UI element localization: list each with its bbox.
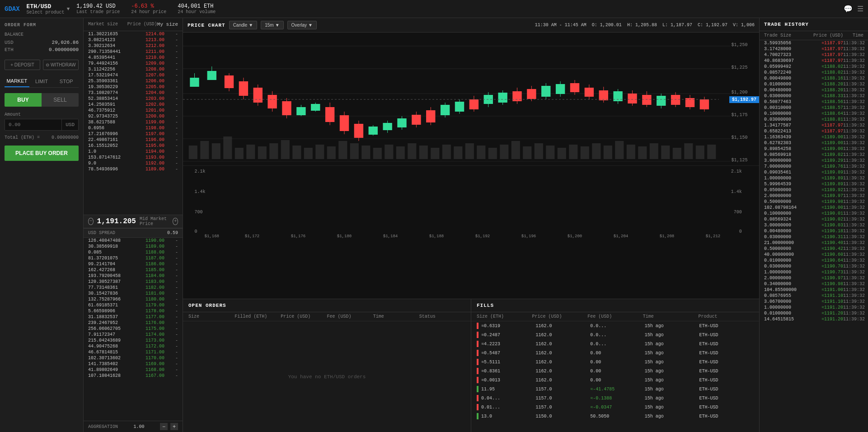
ask-row[interactable]: 290.71358441 1211.00 - <box>84 49 183 55</box>
ask-row[interactable]: 79.44924156 1209.00 - <box>84 61 183 66</box>
svg-rect-38 <box>408 143 416 159</box>
ask-row[interactable]: 14.2503591 1202.00 - <box>84 102 183 108</box>
bid-row[interactable]: 107.10841628 1167.00 - <box>84 373 183 379</box>
ask-row[interactable]: 17.21676996 1197.00 - <box>84 131 183 137</box>
price-chart-panel: PRICE CHART Candle ▼ 15m ▼ Overlay ▼ 11:… <box>183 18 760 432</box>
tab-limit[interactable]: LIMIT <box>29 75 54 87</box>
trade-size: 3.00000000 <box>764 223 804 228</box>
zoom-out-icon[interactable]: − <box>88 218 94 225</box>
trade-time: 11:39:32 <box>843 111 863 116</box>
fills-fee: 0.0... <box>590 324 645 329</box>
ask-row[interactable]: 0.6956 1198.00 - <box>84 125 183 131</box>
ask-row[interactable]: 4.85395441 1210.00 - <box>84 55 183 61</box>
bid-price: 1167.00 <box>127 373 165 378</box>
ask-row[interactable]: 52.38853414 1203.00 - <box>84 96 183 102</box>
trade-row: 0.01000000 ≈1190.64 11:39:32 <box>760 258 868 263</box>
zoom-in-icon[interactable]: + <box>173 218 178 225</box>
svg-rect-112 <box>527 89 536 99</box>
ask-row[interactable]: 11.30221635 1214.00 - <box>84 31 183 37</box>
bid-row[interactable]: 102.30713602 1170.00 - <box>84 355 183 361</box>
trade-size: 0.00480000 <box>764 229 804 234</box>
bid-row[interactable]: 30.15427836 1181.00 - <box>84 291 183 296</box>
svg-rect-30 <box>315 145 324 159</box>
fills-time: 15h ago <box>645 342 699 347</box>
ask-row[interactable]: 16.15512052 1195.00 - <box>84 143 183 149</box>
overlay-button[interactable]: Overlay ▼ <box>287 21 317 29</box>
trade-price: ≈1190.70 <box>804 264 844 269</box>
place-order-button[interactable]: PLACE BUY ORDER <box>5 146 79 161</box>
deposit-button[interactable]: + DEPOSIT <box>5 60 40 70</box>
depth-chart-svg: 2.1k 1.4k 700 0 2.1k 1.4k 700 0 $1,168 $… <box>183 166 759 299</box>
bid-row[interactable]: 141.7385402 1169.00 - <box>84 361 183 367</box>
menu-icon[interactable]: ☰ <box>857 5 863 14</box>
spread-row: USD SPREAD 0.59 <box>84 228 183 238</box>
trade-row: 0.00049800 ≈1188.16 11:39:32 <box>760 75 868 81</box>
bid-row[interactable]: 239.2467952 1176.00 - <box>84 320 183 326</box>
bid-row[interactable]: 126.40847488 1190.00 - <box>84 238 183 244</box>
ask-row[interactable]: 17.53219474 1207.00 - <box>84 72 183 78</box>
sell-button[interactable]: SELL <box>42 93 79 107</box>
ask-row[interactable]: 19.30530229 1205.00 - <box>84 84 183 90</box>
bid-row[interactable]: 81.37201075 1187.00 - <box>84 255 183 261</box>
fills-time: 15h ago <box>645 405 699 410</box>
trade-row: 5.99964539 ≈1189.89 11:39:32 <box>760 181 868 187</box>
trading-pair[interactable]: ETH/USD Select product <box>27 3 65 15</box>
bid-row[interactable]: 5.66598906 1178.00 - <box>84 308 183 314</box>
bid-row[interactable]: 215.04243689 1173.00 - <box>84 338 183 343</box>
pair-sub: Select product <box>27 10 65 15</box>
bid-size: 193.79200458 <box>88 273 127 278</box>
agg-decrease-button[interactable]: − <box>160 423 168 430</box>
bid-row[interactable]: 132.75287966 1180.00 - <box>84 296 183 302</box>
fills-col-size: Size (ETH) <box>477 314 532 319</box>
bid-row[interactable]: 0.085 1188.00 - <box>84 249 183 255</box>
bid-row[interactable]: 120.30527387 1183.00 - <box>84 279 183 285</box>
bid-row[interactable]: 256.06062705 1175.00 - <box>84 326 183 332</box>
withdraw-button[interactable]: ⊖ WITHDRAW <box>43 60 79 70</box>
tab-market[interactable]: MARKET <box>5 75 29 87</box>
bid-row[interactable]: 46.67814815 1171.00 - <box>84 349 183 355</box>
last-trade-label: Last trade price <box>76 9 120 14</box>
ask-row[interactable]: 92.97343725 1200.00 - <box>84 113 183 119</box>
chart-type-button[interactable]: Candle ▼ <box>229 21 258 29</box>
ask-price: 1205.00 <box>127 85 165 89</box>
ask-row[interactable]: 22.49867161 1196.00 - <box>84 137 183 143</box>
bid-row[interactable]: 193.79200458 1184.00 - <box>84 273 183 279</box>
ask-row[interactable]: 153.87147612 1193.00 - <box>84 155 183 160</box>
ask-row[interactable]: 3.30212634 1212.00 - <box>84 43 183 49</box>
ask-row[interactable]: 25.35903361 1206.00 - <box>84 78 183 84</box>
bid-row[interactable]: 31.18832537 1177.00 - <box>84 314 183 320</box>
pair-dropdown-icon[interactable]: ▼ <box>67 6 70 12</box>
ask-size: 3.30212634 <box>88 43 127 48</box>
ask-row[interactable]: 9.0 1192.00 - <box>84 160 183 166</box>
bid-row[interactable]: 30.38569918 1189.00 - <box>84 244 183 249</box>
bid-row[interactable]: 99.2141704 1186.00 - <box>84 261 183 267</box>
bid-row[interactable]: 162.427268 1185.00 - <box>84 267 183 273</box>
open-orders-panel: OPEN ORDERS Size Filled (ETH) Price (USD… <box>183 299 471 432</box>
ask-row[interactable]: 1.0 1194.00 - <box>84 149 183 155</box>
ask-row[interactable]: 73.10820774 1204.00 - <box>84 90 183 96</box>
ask-row[interactable]: 38.6217588 1199.00 - <box>84 119 183 125</box>
ask-row[interactable]: 78.54936996 1189.00 - <box>84 166 183 172</box>
chat-icon[interactable]: 💬 <box>844 5 853 14</box>
trade-row: 0.50000000 ≈1190.42 11:39:32 <box>760 246 868 252</box>
bid-price: 1178.00 <box>127 309 165 314</box>
amount-input[interactable] <box>5 119 61 130</box>
timeframe-button[interactable]: 15m ▼ <box>261 21 283 29</box>
buy-button[interactable]: BUY <box>5 93 42 107</box>
bid-row[interactable]: 7.91172347 1174.00 - <box>84 332 183 338</box>
trade-price: ≈1191.10 <box>804 299 844 304</box>
agg-increase-button[interactable]: + <box>170 423 178 430</box>
ask-row[interactable]: 3.08214123 1213.00 - <box>84 37 183 43</box>
trade-time: 11:39:32 <box>843 305 863 310</box>
bid-price: 1184.00 <box>127 273 165 278</box>
bid-row[interactable]: 61.69185371 1179.00 - <box>84 302 183 308</box>
bid-row[interactable]: 41.89802649 1168.00 - <box>84 367 183 373</box>
bid-row[interactable]: 44.90475268 1172.00 - <box>84 343 183 349</box>
ask-row[interactable]: 3.11242256 1208.00 - <box>84 66 183 72</box>
bid-row[interactable]: 77.73148361 1182.00 - <box>84 285 183 291</box>
bid-size: 120.30527387 <box>88 279 127 284</box>
fills-size: ≈0.6319 <box>481 324 536 329</box>
ask-row[interactable]: 46.7375912 1201.00 - <box>84 108 183 113</box>
tab-stop[interactable]: STOP <box>54 75 79 87</box>
bid-mysize: - <box>164 244 178 249</box>
